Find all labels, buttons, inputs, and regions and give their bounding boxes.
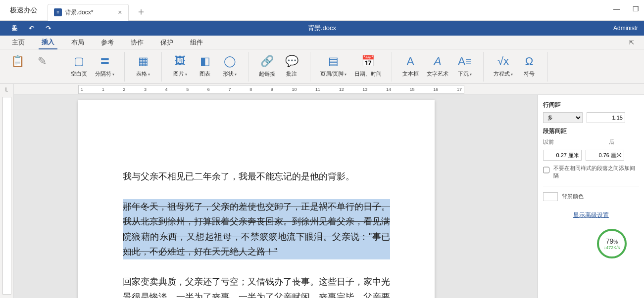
- equation-button[interactable]: √x方程式▾: [494, 54, 513, 78]
- date-time-icon: 📅: [361, 54, 375, 68]
- no-space-label: 不要在相同样式的段落之间添加间隔: [553, 165, 639, 180]
- collapse-ribbon-icon[interactable]: ⇱: [629, 39, 634, 46]
- picture-button[interactable]: 🖼图片▾: [172, 54, 189, 78]
- menu-collab[interactable]: 协作: [128, 36, 147, 49]
- shape-button[interactable]: ◯形状▾: [221, 54, 238, 78]
- no-space-same-style-checkbox[interactable]: [543, 165, 549, 175]
- picture-icon: 🖼: [175, 54, 186, 68]
- document-tab[interactable]: ≡ 背景.docx* ×: [48, 4, 129, 21]
- canvas-area[interactable]: 我与父亲不相见已二年余了，我最不能忘记的是他的背影。 那年冬天，祖母死了，父亲的…: [14, 95, 538, 298]
- line-spacing-mode-select[interactable]: 多: [543, 112, 583, 123]
- title-bar: 极速办公 ≡ 背景.docx* × ＋ — ❐: [0, 0, 644, 21]
- progress-percent: 79: [606, 237, 614, 245]
- clipboard-button[interactable]: 📋: [9, 54, 26, 68]
- line-spacing-label: 行间距: [543, 101, 639, 109]
- paragraph-2-selected[interactable]: 那年冬天，祖母死了，父亲的差使也交卸了，正是祸不单行的日子。我从北京到徐州，打算…: [123, 199, 390, 259]
- new-tab-button[interactable]: ＋: [136, 5, 146, 18]
- print-icon[interactable]: 🖶: [11, 24, 18, 32]
- document-title: 背景.docx: [308, 24, 336, 33]
- text-box-icon: A: [407, 54, 414, 68]
- date-time-button[interactable]: 📅日期、时间: [354, 54, 382, 78]
- tab-title: 背景.docx*: [65, 8, 93, 17]
- progress-indicator: 79% ↓472K/s: [597, 229, 627, 258]
- word-art-icon: A: [434, 54, 442, 68]
- maximize-icon[interactable]: ❐: [633, 5, 639, 13]
- menu-plugin[interactable]: 组件: [187, 36, 206, 49]
- advanced-settings-link[interactable]: 显示高级设置: [543, 211, 639, 219]
- quick-access-bar: 🖶 ↶ ↷ 背景.docx Administr: [0, 21, 644, 36]
- vertical-ruler[interactable]: [2, 97, 11, 295]
- shape-icon: ◯: [224, 54, 236, 68]
- user-name[interactable]: Administr: [613, 25, 638, 32]
- clipboard-icon: 📋: [11, 54, 24, 68]
- comment-icon: 💬: [285, 54, 298, 68]
- app-name: 极速办公: [0, 6, 48, 15]
- redo-icon[interactable]: ↷: [46, 24, 51, 32]
- page: 我与父亲不相见已二年余了，我最不能忘记的是他的背影。 那年冬天，祖母死了，父亲的…: [78, 100, 435, 298]
- symbol-button[interactable]: Ω符号: [521, 54, 538, 78]
- blank-page-button[interactable]: ▢空白页: [70, 54, 87, 78]
- menu-insert[interactable]: 插入: [39, 36, 57, 49]
- minimize-icon[interactable]: —: [613, 5, 620, 13]
- paragraph-3[interactable]: 回家变卖典质，父亲还了亏空；又借钱办了丧事。这些日子，家中光景很是惨淡，一半为了…: [123, 274, 390, 298]
- bg-color-label: 背景颜色: [562, 193, 584, 200]
- undo-icon[interactable]: ↶: [29, 24, 35, 32]
- menu-refs[interactable]: 参考: [98, 36, 117, 49]
- after-label: 后: [609, 138, 614, 146]
- close-tab-icon[interactable]: ×: [118, 8, 122, 16]
- table-icon: ▦: [138, 54, 149, 68]
- paragraph-panel: 行间距 多 段落间距 以前 后 不要在相同样式的段落之间添加间隔 背景颜色 显示…: [538, 95, 644, 298]
- before-label: 以前: [543, 138, 554, 146]
- menu-bar: 主页 插入 布局 参考 协作 保护 组件 ⇱: [0, 36, 644, 49]
- hyperlink-icon: 🔗: [260, 54, 274, 68]
- workspace: 我与父亲不相见已二年余了，我最不能忘记的是他的背影。 那年冬天，祖母死了，父亲的…: [0, 95, 644, 298]
- drop-cap-icon: A≡: [458, 54, 472, 68]
- chart-icon: ◧: [200, 54, 210, 68]
- chart-button[interactable]: ◧图表: [197, 54, 213, 78]
- line-spacing-value-input[interactable]: [587, 112, 625, 123]
- spacing-before-input[interactable]: [543, 150, 582, 161]
- symbol-icon: Ω: [525, 54, 533, 68]
- text-box-button[interactable]: A文本框: [402, 54, 419, 78]
- ruler-corner: L: [0, 84, 14, 95]
- page-break-icon: 〓: [99, 54, 110, 68]
- equation-icon: √x: [497, 54, 509, 68]
- bg-color-swatch[interactable]: [543, 192, 558, 201]
- menu-home[interactable]: 主页: [9, 36, 28, 49]
- page-break-button[interactable]: 〓分隔符▾: [95, 54, 114, 78]
- blank-page-icon: ▢: [74, 54, 84, 68]
- ruler-top-container: L 11234567891011121314151617: [0, 84, 644, 95]
- header-footer-button[interactable]: ▤页眉/页脚▾: [320, 54, 347, 78]
- menu-protect[interactable]: 保护: [157, 36, 176, 49]
- comment-button[interactable]: 💬批注: [283, 54, 300, 78]
- drop-cap-button[interactable]: A≡下沉▾: [456, 54, 473, 78]
- paste-button[interactable]: ✎: [34, 54, 50, 68]
- window-controls: — ❐: [613, 5, 639, 13]
- doc-icon: ≡: [54, 8, 62, 16]
- para-spacing-label: 段落间距: [543, 127, 639, 135]
- paste-icon: ✎: [38, 54, 47, 68]
- hyperlink-button[interactable]: 🔗超链接: [258, 54, 275, 78]
- horizontal-ruler[interactable]: 11234567891011121314151617: [78, 85, 464, 94]
- menu-layout[interactable]: 布局: [68, 36, 87, 49]
- header-footer-icon: ▤: [328, 54, 339, 68]
- paragraph-1[interactable]: 我与父亲不相见已二年余了，我最不能忘记的是他的背影。: [123, 169, 390, 184]
- spacing-after-input[interactable]: [586, 150, 624, 161]
- left-ruler-column: [0, 95, 14, 298]
- word-art-button[interactable]: A文字艺术: [427, 54, 448, 78]
- progress-speed: 472K/s: [606, 245, 620, 250]
- ribbon: 📋✎ ▢空白页 〓分隔符▾ ▦表格▾ 🖼图片▾ ◧图表 ◯形状▾ 🔗超链接 💬批…: [0, 49, 644, 84]
- table-button[interactable]: ▦表格▾: [135, 54, 151, 78]
